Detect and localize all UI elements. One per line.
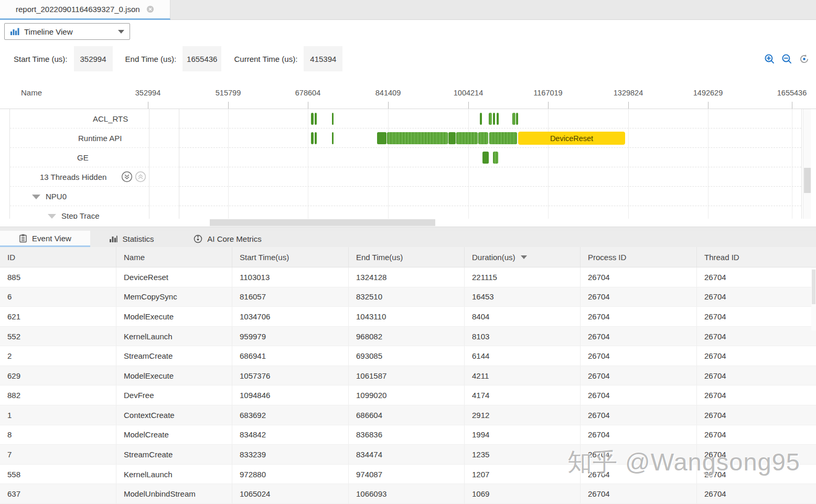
start-time-label: Start Time (us): [14, 55, 68, 63]
end-time-value[interactable]: 1655436 [182, 46, 221, 71]
table-row[interactable]: 629ModelExecute1057376106158742112670426… [0, 366, 816, 386]
column-header-end-time-us-[interactable]: End Time(us) [349, 247, 465, 267]
expand-arrow-icon[interactable] [32, 195, 40, 199]
timeline-row-name[interactable]: 13 Threads Hidden [10, 167, 149, 187]
timeline-row-name[interactable]: ACL_RTS [10, 109, 149, 128]
tab-ai-core-metrics[interactable]: AI Core Metrics [173, 231, 282, 247]
table-cell: 8 [0, 425, 116, 445]
trace-event-mark[interactable] [489, 113, 492, 125]
column-header-name[interactable]: Name [116, 247, 232, 267]
timeline-lane[interactable]: DeviceReset [179, 128, 801, 148]
table-cell: 686941 [232, 346, 349, 366]
table-row[interactable]: 2StreamCreate68694169308561442670426704 [0, 346, 816, 366]
expand-arrow-icon[interactable] [48, 214, 56, 219]
timeline-row-name[interactable]: Runtime API [10, 128, 149, 148]
trace-event-mark[interactable] [315, 113, 317, 125]
trace-event-mark[interactable] [478, 132, 488, 144]
trace-event-mark[interactable] [482, 152, 489, 164]
trace-event-mark[interactable] [387, 132, 448, 144]
table-cell: 26704 [581, 327, 697, 346]
zoom-out-icon[interactable] [781, 53, 792, 65]
axis-tick-mark [708, 102, 708, 109]
zoom-in-icon[interactable] [764, 53, 775, 65]
collapse-all-icon[interactable] [135, 171, 146, 183]
table-cell: 683692 [232, 405, 349, 425]
trace-event-mark[interactable] [480, 113, 482, 125]
timeline-lane[interactable] [179, 109, 801, 128]
column-header-label: Name [124, 253, 145, 262]
timeline-lane[interactable] [179, 187, 801, 206]
close-tab-icon[interactable] [146, 5, 154, 13]
table-cell: 26704 [581, 267, 697, 287]
timeline-chart[interactable]: DeviceReset [179, 109, 802, 219]
start-time-value[interactable]: 352994 [74, 46, 113, 71]
table-row[interactable]: 637ModelUnbindStream10650241066093106926… [0, 484, 816, 504]
table-cell: 1 [0, 405, 116, 425]
timeline-row-name[interactable]: Step Trace [10, 206, 149, 219]
axis-tick-mark [388, 102, 389, 109]
table-cell: 816057 [232, 287, 349, 307]
column-header-process-id[interactable]: Process ID [581, 247, 697, 267]
table-cell: 26704 [697, 267, 816, 287]
table-cell: ModelExecute [116, 366, 232, 385]
table-cell: 974087 [349, 465, 465, 484]
trace-event-mark[interactable] [489, 132, 517, 144]
tab-statistics[interactable]: Statistics [90, 231, 173, 247]
trace-event-bar[interactable]: DeviceReset [518, 132, 625, 145]
timeline-lane[interactable] [179, 206, 801, 219]
timeline-row-name[interactable]: NPU0 [10, 187, 149, 206]
table-body: 885DeviceReset11030131324128221115267042… [0, 267, 816, 504]
table-row[interactable]: 882DevFree1094846109902041742670426704 [0, 385, 816, 405]
table-row[interactable]: 885DeviceReset11030131324128221115267042… [0, 267, 816, 287]
table-cell: 26704 [697, 366, 816, 385]
column-header-start-time-us-[interactable]: Start Time(us) [232, 247, 349, 267]
column-header-label: Duration(us) [472, 253, 516, 262]
table-scrollbar[interactable] [811, 267, 816, 330]
timeline-vertical-scrollbar[interactable] [803, 109, 811, 219]
table-row[interactable]: 552KernelLaunch9599799680828103267042670… [0, 327, 816, 347]
trace-event-mark[interactable] [332, 113, 334, 125]
table-row[interactable]: 558KernelLaunch9728809740871207267042670… [0, 465, 816, 485]
table-cell: DeviceReset [116, 267, 232, 287]
table-row[interactable]: 1ContextCreate68369268660429122670426704 [0, 405, 816, 425]
column-header-duration-us-[interactable]: Duration(us) [465, 247, 581, 267]
view-selector-dropdown[interactable]: Timeline View [4, 23, 130, 40]
file-tab[interactable]: report_20220901164639327_0.json [0, 0, 170, 20]
tab-event-view[interactable]: Event View [0, 231, 90, 247]
current-time-value[interactable]: 415394 [304, 46, 342, 71]
table-row[interactable]: 621ModelExecute1034706104311084042670426… [0, 307, 816, 327]
timeline-lane[interactable] [179, 148, 801, 167]
trace-event-mark[interactable] [377, 132, 386, 144]
target-icon [194, 234, 202, 243]
column-header-id[interactable]: ID [0, 247, 116, 267]
sort-caret-icon[interactable] [521, 255, 527, 259]
clipboard-icon [19, 234, 27, 243]
table-cell: 26704 [581, 465, 697, 484]
table-cell: 1235 [465, 445, 581, 464]
timeline-row-label: GE [77, 153, 89, 162]
scrollbar-thumb[interactable] [812, 270, 815, 304]
scrollbar-thumb[interactable] [804, 168, 811, 193]
trace-event-mark[interactable] [493, 113, 495, 125]
trace-event-mark[interactable] [311, 132, 314, 144]
trace-event-mark[interactable] [311, 113, 314, 125]
timeline-row-name[interactable]: GE [10, 148, 149, 167]
trace-event-mark[interactable] [332, 132, 334, 144]
table-cell: 693085 [349, 346, 465, 366]
trace-event-mark[interactable] [516, 113, 518, 125]
timeline-lane[interactable] [179, 167, 801, 187]
trace-event-mark[interactable] [456, 132, 478, 144]
trace-event-mark[interactable] [448, 132, 456, 144]
table-row[interactable]: 7StreamCreate83323983447412352670426704 [0, 445, 816, 465]
scrollbar-thumb[interactable] [210, 219, 435, 226]
trace-event-mark[interactable] [497, 113, 499, 125]
zoom-reset-icon[interactable] [798, 53, 810, 65]
column-header-thread-id[interactable]: Thread ID [697, 247, 816, 267]
expand-all-icon[interactable] [121, 171, 133, 183]
trace-event-mark[interactable] [315, 132, 317, 144]
table-row[interactable]: 6MemCopySync816057832510164532670426704 [0, 287, 816, 307]
timeline-horizontal-scrollbar[interactable] [179, 219, 802, 227]
trace-event-mark[interactable] [493, 152, 498, 164]
trace-event-mark[interactable] [512, 113, 516, 125]
table-row[interactable]: 8ModelCreate83484283683619942670426704 [0, 425, 816, 445]
